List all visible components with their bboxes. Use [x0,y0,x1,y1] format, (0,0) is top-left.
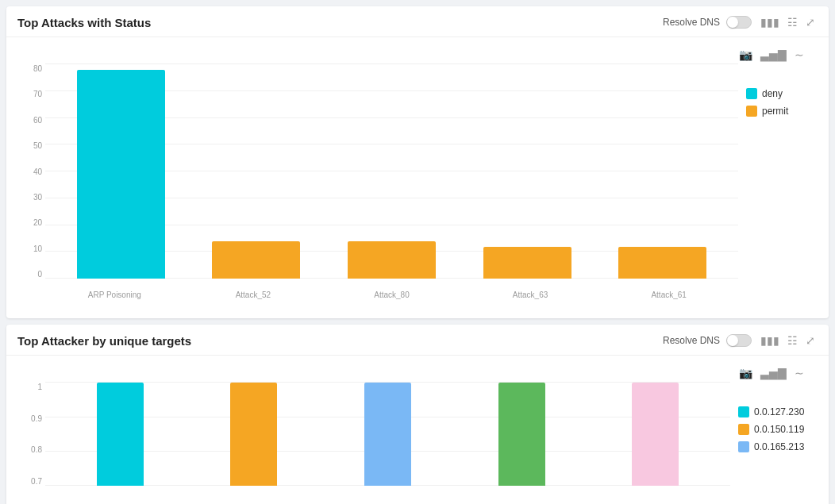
legend-color-2 [738,424,749,435]
wave-icon-2[interactable]: ∼ [792,365,806,381]
legend-item-deny: deny [746,88,810,99]
y-label: 50 [17,141,45,150]
y-label-2: 0.9 [17,414,45,423]
bar-chart-icon-2[interactable]: ▮▮▮ [758,333,782,348]
x-label-80: Attack_80 [322,280,461,302]
panel1-sub-toolbar: 📷 ▃▅▇ ∼ [17,44,818,64]
bar-arp-deny [77,70,165,279]
panel2-chart-area: 📷 ▃▅▇ ∼ 0.7 0.8 0.9 1 [6,356,829,504]
panel1-chart-inner: 0 10 20 30 40 50 60 70 80 [17,64,738,302]
expand-icon-1[interactable]: ⤢ [803,14,818,30]
top-attacks-panel: Top Attacks with Status Resolve DNS ▮▮▮ … [6,6,829,318]
bar2-green [498,383,545,486]
resolve-dns-label-1: Resolve DNS [663,17,720,28]
legend-label-1: 0.0.127.230 [754,406,804,417]
bar2-group-3 [321,383,455,486]
legend-color-permit [746,106,757,117]
legend-label-2: 0.0.150.119 [754,424,804,435]
bar2-cyan [97,383,144,486]
panel1-toolbar: ▮▮▮ ☷ ⤢ [758,14,818,30]
y-axis-2: 0.7 0.8 0.9 1 [17,383,45,486]
image-icon-2[interactable]: 📷 [737,365,755,381]
image-icon[interactable]: 📷 [737,47,755,63]
legend-color-deny [746,88,757,99]
panel2-controls: Resolve DNS ▮▮▮ ☷ ⤢ [663,333,818,348]
panel1-chart-with-legend: 0 10 20 30 40 50 60 70 80 [17,64,818,318]
legend-item-permit: permit [746,106,810,117]
panel1-controls: Resolve DNS ▮▮▮ ☷ ⤢ [663,14,818,30]
bar-52-permit [212,241,300,279]
bar2-group-2 [187,383,321,486]
sub-toolbar-icons: 📷 ▃▅▇ ∼ [737,47,806,63]
legend-item-2: 0.0.150.119 [738,424,810,435]
table-icon-2[interactable]: ☷ [785,333,800,348]
bar2-blue [364,383,411,486]
legend-label-3: 0.0.165.213 [754,441,804,452]
y-label: 30 [17,193,45,202]
expand-icon-2[interactable]: ⤢ [803,333,818,348]
y-label: 20 [17,218,45,227]
panel1-title: Top Attacks with Status [17,16,151,29]
y-label: 80 [17,64,45,73]
bar-icon[interactable]: ▃▅▇ [758,47,789,63]
x-label-52: Attack_52 [184,280,323,302]
panel1-legend: deny permit [738,64,818,123]
legend-item-3: 0.0.165.213 [738,441,810,452]
y-label-2: 0.8 [17,445,45,454]
bars-wrapper-2 [45,383,730,486]
x-label-63: Attack_63 [461,280,600,302]
y-label: 40 [17,167,45,176]
legend-label-deny: deny [762,88,783,99]
bar2-group-1 [53,383,187,486]
top-attacker-panel: Top Attacker by unique targets Resolve D… [6,325,829,504]
bar2-pink [632,383,679,486]
panel1-header: Top Attacks with Status Resolve DNS ▮▮▮ … [6,6,829,37]
sub-toolbar-icons-2: 📷 ▃▅▇ ∼ [737,365,806,381]
bar-group-61 [595,64,730,279]
y-label: 70 [17,90,45,98]
panel2-sub-toolbar: 📷 ▃▅▇ ∼ [17,362,818,383]
panel1-chart-container: 0 10 20 30 40 50 60 70 80 [17,64,738,318]
resolve-dns-toggle-1[interactable] [726,16,752,29]
panel2-legend: 0.0.127.230 0.0.150.119 0.0.165.213 [730,383,818,459]
y-label: 60 [17,116,45,125]
table-icon-1[interactable]: ☷ [785,14,800,30]
wave-icon[interactable]: ∼ [792,47,806,63]
bar-group-arp [53,64,189,279]
y-label: 0 [17,270,45,279]
bar-61-permit [618,247,706,279]
y-axis-1: 0 10 20 30 40 50 60 70 80 [17,64,45,279]
bar2-group-4 [455,383,589,486]
panel2-chart-container: 0.7 0.8 0.9 1 [17,383,730,504]
bar-chart-icon-1[interactable]: ▮▮▮ [758,14,782,30]
bar-group-80 [324,64,460,279]
legend-color-1 [738,406,749,417]
x-label-arp: ARP Poisoning [45,280,184,302]
bar2-orange [230,383,277,486]
legend-color-3 [738,441,749,452]
y-label-2: 1 [17,383,45,391]
legend-label-permit: permit [762,106,788,117]
bar2-group-5 [588,383,722,486]
y-label-2: 0.7 [17,477,45,486]
bar-80-permit [348,241,436,279]
panel2-title: Top Attacker by unique targets [17,334,191,348]
panel2-chart-with-legend: 0.7 0.8 0.9 1 [17,383,818,504]
panel2-toolbar: ▮▮▮ ☷ ⤢ [758,333,818,348]
bar-group-52 [189,64,325,279]
panel2-chart-inner: 0.7 0.8 0.9 1 [17,383,730,504]
bar-icon-2[interactable]: ▃▅▇ [758,365,789,381]
resolve-dns-toggle-2[interactable] [726,334,752,347]
x-labels-1: ARP Poisoning Attack_52 Attack_80 Attack… [45,280,738,302]
bar-group-63 [460,64,595,279]
legend-item-1: 0.0.127.230 [738,406,810,417]
bars-wrapper-1 [45,64,738,279]
resolve-dns-label-2: Resolve DNS [663,335,720,346]
y-label: 10 [17,244,45,253]
panel2-header: Top Attacker by unique targets Resolve D… [6,325,829,356]
bar-63-permit [483,247,571,279]
panel1-chart-area: 📷 ▃▅▇ ∼ 0 10 20 30 40 50 60 70 [6,37,829,318]
x-label-61: Attack_61 [599,280,738,302]
